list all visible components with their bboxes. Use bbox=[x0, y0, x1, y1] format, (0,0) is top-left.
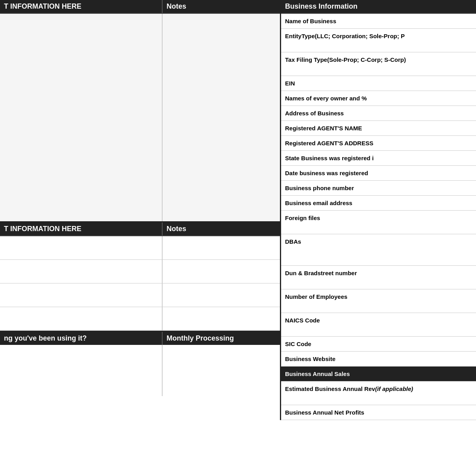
right-info-row: Number of Employees bbox=[281, 289, 476, 313]
left-bottom-header-notes: Notes bbox=[163, 222, 280, 235]
right-info-row: EIN bbox=[281, 76, 476, 91]
right-info-row: Tax Filing Type(Sole-Prop; C-Corp; S-Cor… bbox=[281, 52, 476, 76]
right-subsection-header: Business Annual Sales bbox=[281, 367, 476, 382]
right-info-row: Business email address bbox=[281, 196, 476, 211]
right-info-row: Address of Business bbox=[281, 106, 476, 121]
right-info-row: Business phone number bbox=[281, 181, 476, 196]
left-top-header-info: T INFORMATION HERE bbox=[0, 0, 163, 13]
right-info-row: SIC Code bbox=[281, 337, 476, 352]
left-bottom-header: T INFORMATION HERE Notes bbox=[0, 222, 280, 236]
left-monthly-header-processing: Monthly Processing bbox=[163, 332, 280, 345]
right-info-row: DBAs bbox=[281, 234, 476, 266]
right-info-row: Names of every owner and % bbox=[281, 91, 476, 106]
left-panel: T INFORMATION HERE Notes T INFORMATION H… bbox=[0, 0, 281, 420]
right-panel: Business InformationName of BusinessEnti… bbox=[281, 0, 476, 420]
right-info-row: Date business was registered bbox=[281, 166, 476, 181]
left-top-header-notes: Notes bbox=[163, 0, 280, 13]
right-info-row: Dun & Bradstreet number bbox=[281, 266, 476, 289]
table-row bbox=[0, 260, 280, 283]
left-monthly-body bbox=[0, 345, 280, 396]
right-info-row: EntityType(LLC; Corporation; Sole-Prop; … bbox=[281, 29, 476, 52]
right-info-row: Registered AGENT'S NAME bbox=[281, 121, 476, 136]
right-rows-container: Business InformationName of BusinessEnti… bbox=[281, 0, 476, 420]
right-info-row: Foreign files bbox=[281, 211, 476, 234]
right-info-row: State Business was registered i bbox=[281, 151, 476, 166]
left-monthly-header-info: ng you've been using it? bbox=[0, 332, 163, 345]
right-info-row: Business Website bbox=[281, 352, 476, 367]
left-top-body-notes bbox=[163, 14, 280, 221]
left-top-header: T INFORMATION HERE Notes bbox=[0, 0, 280, 14]
left-bottom-rows bbox=[0, 236, 280, 332]
left-bottom-header-info: T INFORMATION HERE bbox=[0, 222, 163, 235]
table-row bbox=[0, 307, 280, 331]
right-info-row: NAICS Code bbox=[281, 313, 476, 337]
main-container: T INFORMATION HERE Notes T INFORMATION H… bbox=[0, 0, 476, 420]
left-monthly-header: ng you've been using it? Monthly Process… bbox=[0, 332, 280, 345]
right-section-header: Business Information bbox=[281, 0, 476, 14]
right-info-row: Name of Business bbox=[281, 14, 476, 29]
left-top-body bbox=[0, 14, 280, 222]
table-row bbox=[0, 236, 280, 260]
right-info-row: Estimated Business Annual Rev(if applica… bbox=[281, 382, 476, 405]
right-info-row: Registered AGENT'S ADDRESS bbox=[281, 136, 476, 151]
table-row bbox=[0, 283, 280, 307]
right-info-row: Business Annual Net Profits bbox=[281, 405, 476, 420]
left-top-body-info bbox=[0, 14, 163, 221]
